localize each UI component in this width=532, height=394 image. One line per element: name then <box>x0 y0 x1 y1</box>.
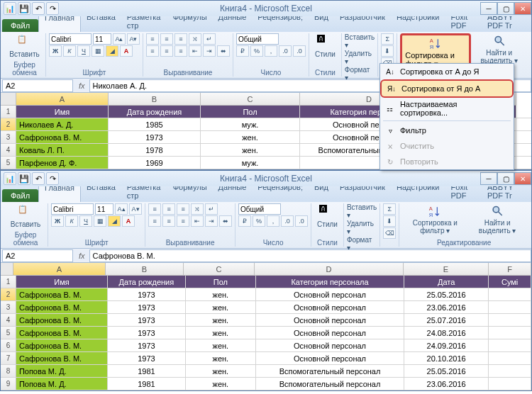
cell[interactable]: 1973 <box>108 288 185 300</box>
align-left-button[interactable]: ≡ <box>148 215 161 227</box>
clear-button[interactable]: ⌫ <box>383 227 396 239</box>
excel-icon[interactable]: 📊 <box>4 2 16 15</box>
align-mid-button[interactable]: ≡ <box>160 33 173 45</box>
excel-icon[interactable]: 📊 <box>4 172 16 185</box>
col-header-B[interactable]: B <box>106 263 184 276</box>
fx-icon[interactable]: fx <box>74 81 89 90</box>
header-cell[interactable]: Пол <box>201 106 300 118</box>
insert-cells-button[interactable]: Вставить ▾ <box>345 33 375 49</box>
name-box[interactable]: A2 <box>2 79 73 92</box>
cell[interactable]: Коваль Л. П. <box>16 144 109 156</box>
cell[interactable] <box>489 365 531 377</box>
cell[interactable]: 25.05.2016 <box>404 365 489 377</box>
sort-filter-button[interactable]: АЯ Сортировка и фильтр ▾ <box>402 203 467 236</box>
cell[interactable]: 25.05.2016 <box>404 288 489 300</box>
cell[interactable]: Основной персонал <box>256 314 404 326</box>
currency-button[interactable]: ₽ <box>238 215 251 227</box>
col-header-A[interactable]: A <box>16 93 109 106</box>
decrease-indent-button[interactable]: ⇤ <box>189 45 201 57</box>
styles-button[interactable]: 🅰 Стили <box>314 203 340 230</box>
delete-cells-button[interactable]: Удалить ▾ <box>345 50 375 65</box>
fill-button[interactable]: ⬇ <box>381 45 394 57</box>
increase-decimal-button[interactable]: .0 <box>281 215 294 227</box>
number-format-select[interactable] <box>236 33 279 45</box>
cell[interactable]: Сафронова В. М. <box>16 352 108 364</box>
cell[interactable]: жен. <box>186 314 256 326</box>
decrease-decimal-button[interactable]: .0 <box>295 215 308 227</box>
col-header-E[interactable]: E <box>404 263 489 276</box>
cell[interactable]: Вспомогательный персонал <box>256 365 404 377</box>
percent-button[interactable]: % <box>250 45 263 57</box>
decrease-decimal-button[interactable]: .0 <box>293 45 306 57</box>
row-header[interactable]: 4 <box>1 144 16 156</box>
comma-button[interactable]: , <box>265 45 277 57</box>
number-format-select[interactable] <box>238 203 281 215</box>
styles-button[interactable]: 🅰 Стили <box>312 33 338 60</box>
header-cell[interactable]: Дата рождения <box>108 276 185 288</box>
wrap-text-button[interactable]: ↵ <box>205 203 218 215</box>
header-cell[interactable]: Пол <box>186 276 256 288</box>
row-header[interactable]: 1 <box>1 276 16 288</box>
cell[interactable]: 1973 <box>108 327 185 339</box>
close-button[interactable]: ✕ <box>514 172 531 185</box>
delete-cells-button[interactable]: Удалить ▾ <box>347 220 377 235</box>
align-left-button[interactable]: ≡ <box>146 45 159 57</box>
increase-font-button[interactable]: A▴ <box>115 203 128 215</box>
cell[interactable] <box>489 339 531 351</box>
cell[interactable]: жен. <box>186 365 256 377</box>
italic-button[interactable]: К <box>63 45 76 57</box>
cell[interactable]: Сафронова В. М. <box>16 327 108 339</box>
cell[interactable]: муж. <box>201 118 300 130</box>
orientation-button[interactable]: ⤭ <box>191 203 204 215</box>
cell[interactable]: 1978 <box>109 144 201 156</box>
cell[interactable]: Попова М. Д. <box>16 365 108 377</box>
cell[interactable] <box>489 378 531 390</box>
col-header-C[interactable]: C <box>201 93 300 106</box>
align-center-button[interactable]: ≡ <box>162 215 175 227</box>
cell[interactable]: жен. <box>186 301 256 313</box>
row-header[interactable]: 2 <box>1 288 16 300</box>
cell[interactable]: 1981 <box>108 378 185 390</box>
fill-color-button[interactable]: ◢ <box>106 45 118 57</box>
header-cell[interactable]: Сумі <box>489 276 531 288</box>
font-name-select[interactable] <box>49 33 92 45</box>
cell[interactable]: жен. <box>186 339 256 351</box>
cell[interactable]: Николаев А. Д. <box>16 118 109 130</box>
cell[interactable]: Парфенов Д. Ф. <box>16 157 109 169</box>
redo-icon[interactable]: ↷ <box>46 2 59 15</box>
minimize-button[interactable]: ─ <box>480 172 497 185</box>
cell[interactable]: жен. <box>186 378 256 390</box>
cell[interactable]: Сафронова В. М. <box>16 339 108 351</box>
row-header[interactable]: 8 <box>1 365 16 377</box>
row-header[interactable]: 6 <box>1 339 16 351</box>
row-header[interactable]: 9 <box>1 378 16 390</box>
find-select-button[interactable]: Найти и выделить ▾ <box>469 203 526 236</box>
font-size-select[interactable] <box>95 203 113 215</box>
header-cell[interactable]: Категория персонала <box>256 276 404 288</box>
fill-button[interactable]: ⬇ <box>383 215 396 227</box>
row-header[interactable]: 5 <box>1 327 16 339</box>
autosum-button[interactable]: Σ <box>383 203 396 215</box>
minimize-button[interactable]: ─ <box>480 2 497 15</box>
row-header[interactable]: 7 <box>1 352 16 364</box>
align-bot-button[interactable]: ≡ <box>174 33 187 45</box>
cell[interactable]: 1973 <box>108 339 185 351</box>
cell[interactable]: жен. <box>186 288 256 300</box>
cell[interactable] <box>489 301 531 313</box>
bold-button[interactable]: Ж <box>51 215 64 227</box>
header-cell[interactable]: Дата рождения <box>109 106 201 118</box>
menu-filter[interactable]: ▿ Фильтр <box>380 123 514 138</box>
cell[interactable]: Основной персонал <box>256 301 404 313</box>
cell[interactable]: жен. <box>186 352 256 364</box>
maximize-button[interactable]: ▢ <box>497 172 514 185</box>
cell[interactable]: 24.08.2016 <box>404 327 489 339</box>
bold-button[interactable]: Ж <box>49 45 62 57</box>
col-header-D[interactable]: D <box>255 263 404 276</box>
cell[interactable]: Сафронова В. М. <box>16 301 108 313</box>
cell[interactable]: Основной персонал <box>256 288 404 300</box>
increase-indent-button[interactable]: ⇥ <box>205 215 218 227</box>
row-header[interactable]: 3 <box>1 131 16 143</box>
header-cell[interactable]: Имя <box>16 106 109 118</box>
merge-button[interactable]: ⬌ <box>217 45 230 57</box>
increase-decimal-button[interactable]: .0 <box>279 45 292 57</box>
